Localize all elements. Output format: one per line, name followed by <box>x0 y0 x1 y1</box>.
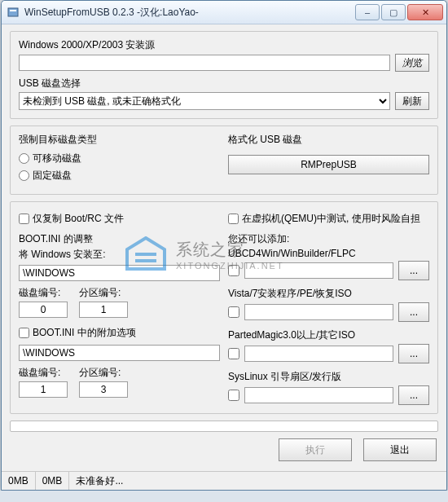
exit-button[interactable]: 退出 <box>363 438 437 461</box>
part-num-label-2: 分区编号: <box>79 366 128 380</box>
execute-button[interactable]: 执行 <box>279 438 352 461</box>
ubcd-checkbox[interactable] <box>228 265 239 276</box>
removable-disk-radio[interactable] <box>19 153 29 164</box>
browse-button[interactable]: 浏览 <box>395 54 429 72</box>
status-bar: 0MB 0MB 未准备好... <box>2 471 446 490</box>
ubcd-input[interactable] <box>244 262 393 279</box>
bootini-extra-checkbox[interactable] <box>19 328 29 338</box>
titlebar: WinSetupFromUSB 0.2.3 -汉化:LaoYao- – ▢ ✕ <box>2 1 446 24</box>
parted-checkbox[interactable] <box>228 348 239 359</box>
source-path-input[interactable] <box>19 55 390 71</box>
fixed-disk-label: 固定磁盘 <box>33 169 72 183</box>
copy-bootrc-label: 仅复制 Boot/RC 文件 <box>33 212 124 226</box>
vista-browse-button[interactable]: ... <box>398 302 429 322</box>
ubcd-browse-button[interactable]: ... <box>398 261 429 280</box>
svg-rect-1 <box>10 10 16 11</box>
syslinux-input[interactable] <box>244 387 393 403</box>
part-num-input-1[interactable] <box>79 302 128 318</box>
disk-num-input-1[interactable] <box>19 302 68 318</box>
app-icon <box>7 6 20 19</box>
install-path-input[interactable] <box>19 265 220 281</box>
syslinux-checkbox[interactable] <box>228 390 239 401</box>
options-panel: 仅复制 Boot/RC 文件 在虚拟机(QEMU)中测试, 使用时风险自担 BO… <box>10 201 438 414</box>
force-type-legend: 强制目标磁盘类型 <box>19 133 220 147</box>
force-format-panel: 强制目标磁盘类型 可移动磁盘 固定磁盘 格式化 USB 磁盘 RMPrepUSB <box>10 126 438 195</box>
status-message: 未准备好... <box>69 472 446 490</box>
status-mb-2: 0MB <box>36 472 70 490</box>
disk-num-input-2[interactable] <box>19 381 68 398</box>
source-and-usb-panel: Windows 2000/XP/2003 安装源 浏览 USB 磁盘选择 未检测… <box>10 31 438 119</box>
refresh-button[interactable]: 刷新 <box>395 92 429 110</box>
maximize-button[interactable]: ▢ <box>381 4 406 20</box>
removable-disk-label: 可移动磁盘 <box>33 152 81 165</box>
format-legend: 格式化 USB 磁盘 <box>228 133 429 147</box>
syslinux-label: SysLinux 引导扇区/发行版 <box>228 370 429 384</box>
progress-bar <box>10 421 438 432</box>
install-to-label: 将 Windows 安装至: <box>19 248 220 262</box>
window-title: WinSetupFromUSB 0.2.3 -汉化:LaoYao- <box>24 6 355 20</box>
syslinux-browse-button[interactable]: ... <box>398 385 429 405</box>
vista-input[interactable] <box>244 304 393 320</box>
source-label: Windows 2000/XP/2003 安装源 <box>19 38 429 52</box>
extras-legend: 您还可以添加: <box>228 232 429 246</box>
disk-num-label-2: 磁盘编号: <box>19 366 68 380</box>
bootini-extra-label: BOOT.INI 中的附加选项 <box>33 326 136 340</box>
parted-label: PartedMagic3.0以上/其它ISO <box>228 328 429 342</box>
part-num-input-2[interactable] <box>79 381 128 398</box>
vista-checkbox[interactable] <box>228 306 239 318</box>
parted-input[interactable] <box>244 346 393 362</box>
minimize-button[interactable]: – <box>355 4 380 20</box>
bootini-legend: BOOT.INI 的调整 <box>19 232 220 246</box>
ubcd-label: UBCD4Win/WinBuilder/FLPC <box>228 248 429 259</box>
qemu-test-checkbox[interactable] <box>228 214 239 224</box>
copy-bootrc-checkbox[interactable] <box>19 214 29 224</box>
window-buttons: – ▢ ✕ <box>355 4 443 20</box>
parted-browse-button[interactable]: ... <box>398 344 429 363</box>
close-button[interactable]: ✕ <box>407 4 443 20</box>
part-num-label-1: 分区编号: <box>79 286 128 300</box>
qemu-test-label: 在虚拟机(QEMU)中测试, 使用时风险自担 <box>242 212 420 226</box>
disk-num-label-1: 磁盘编号: <box>19 286 68 300</box>
status-mb-1: 0MB <box>2 472 36 490</box>
usb-disk-select[interactable]: 未检测到 USB 磁盘, 或未正确格式化 <box>19 92 390 110</box>
vista-label: Vista/7安装程序/PE/恢复ISO <box>228 287 429 301</box>
usb-select-label: USB 磁盘选择 <box>19 77 429 90</box>
svg-rect-0 <box>8 8 18 16</box>
fixed-disk-radio[interactable] <box>19 170 29 181</box>
rmprepusb-button[interactable]: RMPrepUSB <box>228 155 429 174</box>
bootini-extra-input[interactable] <box>19 345 220 361</box>
